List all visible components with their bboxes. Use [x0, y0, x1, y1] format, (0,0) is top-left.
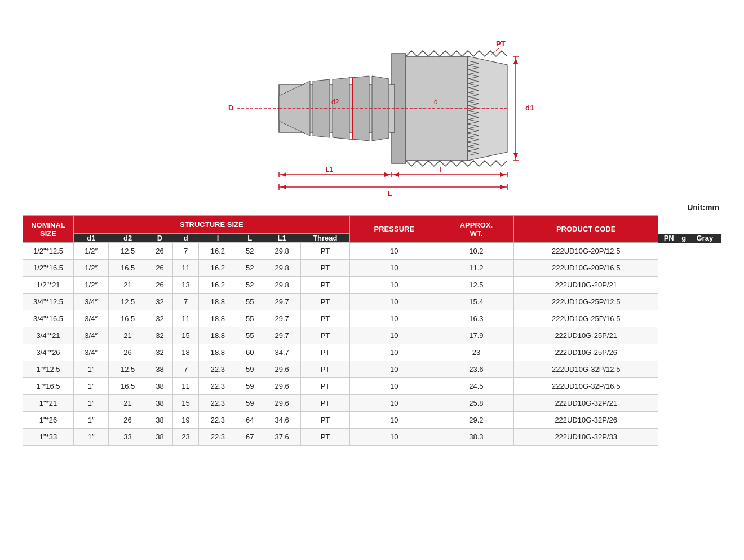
table-cell: 11 — [173, 260, 199, 277]
product-diagram: PT D d2 d d1 L1 l L — [192, 23, 552, 197]
svg-text:d1: d1 — [525, 104, 534, 112]
table-cell: 15.4 — [439, 294, 514, 310]
table-cell: 1″ — [74, 395, 109, 412]
table-cell: 32 — [147, 344, 172, 361]
table-cell: 10.2 — [439, 243, 514, 260]
table-cell: 10 — [349, 327, 439, 344]
subheader-thread: Thread — [301, 234, 349, 243]
table-cell: 222UD10G-20P/16.5 — [513, 260, 658, 277]
table-cell: 29.7 — [263, 327, 301, 344]
table-cell: 10 — [349, 361, 439, 378]
table-cell: 222UD10G-20P/12.5 — [513, 243, 658, 260]
table-cell: 10 — [349, 294, 439, 310]
svg-text:l: l — [440, 166, 441, 174]
table-cell: 38 — [147, 361, 172, 378]
table-cell: 7 — [173, 243, 199, 260]
table-cell: 26 — [147, 277, 172, 294]
table-cell: PT — [301, 344, 349, 361]
table-cell: 12.5 — [109, 243, 147, 260]
subheader-d: d — [173, 234, 199, 243]
table-cell: 37.6 — [263, 429, 301, 446]
table-cell: PT — [301, 429, 349, 446]
table-cell: 26 — [109, 344, 147, 361]
table-cell: PT — [301, 327, 349, 344]
table-cell: 10 — [349, 243, 439, 260]
table-cell: 29.8 — [263, 243, 301, 260]
table-cell: 22.3 — [199, 412, 237, 429]
table-cell: 16.2 — [199, 260, 237, 277]
unit-label: Unit:mm — [23, 203, 721, 212]
subheader-d2: d2 — [109, 234, 147, 243]
table-cell: 33 — [109, 429, 147, 446]
table-row: 3/4"*12.53/4″12.532718.85529.7PT1015.422… — [23, 294, 721, 310]
table-cell: 10 — [349, 310, 439, 327]
table-cell: 32 — [147, 310, 172, 327]
table-cell: 22.3 — [199, 378, 237, 395]
table-cell: 3/4"*16.5 — [23, 310, 74, 327]
table-cell: 29.7 — [263, 310, 301, 327]
table-cell: 18.8 — [199, 294, 237, 310]
table-cell: 1/2″ — [74, 243, 109, 260]
table-row: 3/4"*263/4″26321818.86034.7PT1023222UD10… — [23, 344, 721, 361]
table-cell: 7 — [173, 294, 199, 310]
table-cell: 17.9 — [439, 327, 514, 344]
table-cell: 16.3 — [439, 310, 514, 327]
table-cell: 19 — [173, 412, 199, 429]
table-cell: 38.3 — [439, 429, 514, 446]
table-cell: 222UD10G-32P/16.5 — [513, 378, 658, 395]
table-cell: 32 — [147, 327, 172, 344]
table-cell: 29.6 — [263, 395, 301, 412]
table-cell: 1″ — [74, 378, 109, 395]
svg-text:d: d — [434, 98, 438, 106]
table-cell: 10 — [349, 378, 439, 395]
table-cell: PT — [301, 243, 349, 260]
table-cell: 29.2 — [439, 412, 514, 429]
table-cell: 222UD10G-25P/21 — [513, 327, 658, 344]
table-cell: 1"*16.5 — [23, 378, 74, 395]
table-cell: 60 — [237, 344, 263, 361]
table-cell: 1"*26 — [23, 412, 74, 429]
header-product-code: PRODUCT CODE — [513, 216, 658, 243]
table-cell: 10 — [349, 344, 439, 361]
table-cell: 52 — [237, 243, 263, 260]
table-row: 1/2"*211/2″21261316.25229.8PT1012.5222UD… — [23, 277, 721, 294]
table-cell: 21 — [109, 277, 147, 294]
table-cell: 222UD10G-32P/26 — [513, 412, 658, 429]
table-cell: 22.3 — [199, 395, 237, 412]
table-cell: 15 — [173, 327, 199, 344]
table-cell: 22.3 — [199, 429, 237, 446]
table-cell: PT — [301, 361, 349, 378]
subheader-D: D — [147, 234, 172, 243]
table-cell: 222UD10G-25P/16.5 — [513, 310, 658, 327]
table-cell: 22.3 — [199, 361, 237, 378]
table-cell: 32 — [147, 294, 172, 310]
table-cell: PT — [301, 395, 349, 412]
table-cell: PT — [301, 260, 349, 277]
table-cell: 38 — [147, 378, 172, 395]
subheader-d1: d1 — [74, 234, 109, 243]
table-cell: 29.6 — [263, 361, 301, 378]
table-cell: 29.8 — [263, 277, 301, 294]
table-cell: 222UD10G-32P/33 — [513, 429, 658, 446]
table-cell: 1/2"*21 — [23, 277, 74, 294]
table-cell: 11.2 — [439, 260, 514, 277]
table-cell: 12.5 — [109, 294, 147, 310]
table-cell: PT — [301, 310, 349, 327]
header-approx-wt: APPROX.WT. — [439, 216, 514, 243]
table-cell: 1″ — [74, 412, 109, 429]
table-cell: 3/4″ — [74, 294, 109, 310]
table-cell: 55 — [237, 294, 263, 310]
table-cell: 1"*21 — [23, 395, 74, 412]
table-cell: 26 — [147, 243, 172, 260]
table-cell: 1″ — [74, 361, 109, 378]
table-cell: 3/4"*12.5 — [23, 294, 74, 310]
table-cell: 67 — [237, 429, 263, 446]
table-row: 1/2"*12.51/2″12.526716.25229.8PT1010.222… — [23, 243, 721, 260]
table-cell: 3/4″ — [74, 310, 109, 327]
table-cell: 1″ — [74, 429, 109, 446]
svg-text:L1: L1 — [326, 166, 334, 174]
table-cell: 23 — [173, 429, 199, 446]
table-cell: 38 — [147, 429, 172, 446]
table-row: 3/4"*213/4″21321518.85529.7PT1017.9222UD… — [23, 327, 721, 344]
table-cell: 34.6 — [263, 412, 301, 429]
